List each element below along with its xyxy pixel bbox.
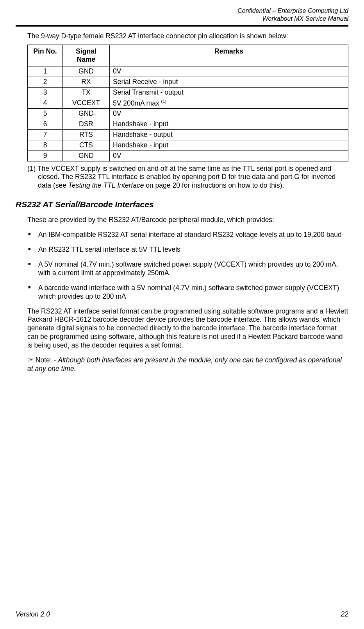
cell-remarks: Serial Transmit - output <box>110 87 348 98</box>
cell-remarks: Serial Receive - input <box>110 77 348 87</box>
list-item: A barcode wand interface with a 5V nomin… <box>27 284 348 301</box>
note-label: Note: - <box>34 356 58 364</box>
th-remarks: Remarks <box>110 45 348 66</box>
cell-remarks: Handshake - output <box>110 129 348 140</box>
cell-pin: 5 <box>28 109 63 119</box>
footnote-post: on page 20 for instructions on how to do… <box>144 181 284 189</box>
section-heading: RS232 AT Serial/Barcode Interfaces <box>16 199 348 210</box>
list-item: An RS232 TTL serial interface at 5V TTL … <box>27 246 348 254</box>
table-row: 6DSRHandshake - input <box>28 119 348 130</box>
cell-pin: 7 <box>28 129 63 140</box>
header-rule <box>16 25 348 27</box>
intro-text: The 9-way D-type female RS232 AT interfa… <box>27 32 348 41</box>
note-text: Although both interfaces are present in … <box>27 356 342 373</box>
footer-page-number: 22 <box>341 610 348 619</box>
cell-signal: RTS <box>63 129 110 140</box>
th-pin: Pin No. <box>28 45 63 66</box>
cell-pin: 6 <box>28 119 63 130</box>
table-row: 9GND0V <box>28 151 348 161</box>
footnote-ital: Testing the TTL Interface <box>68 181 144 189</box>
pointing-hand-icon: ☞ <box>27 356 34 364</box>
th-signal-text: Signal Name <box>71 47 102 64</box>
table-row: 1GND0V <box>28 66 348 77</box>
cell-pin: 8 <box>28 140 63 151</box>
table-row: 3TXSerial Transmit - output <box>28 87 348 98</box>
cell-remarks-sup: (1) <box>161 99 166 104</box>
cell-signal: DSR <box>63 119 110 130</box>
footer-version: Version 2.0 <box>16 610 50 619</box>
table-row: 2RXSerial Receive - input <box>28 77 348 87</box>
cell-pin: 9 <box>28 151 63 161</box>
cell-signal: TX <box>63 87 110 98</box>
cell-remarks-text: 5V 200mA max <box>113 99 161 107</box>
cell-pin: 2 <box>28 77 63 87</box>
page-header: Confidential – Enterprise Computing Ltd … <box>16 7 348 23</box>
table-footnote: (1) The VCCEXT supply is switched on and… <box>27 165 348 190</box>
pin-allocation-table: Pin No. Signal Name Remarks 1GND0V 2RXSe… <box>27 45 348 161</box>
cell-signal: VCCEXT <box>63 98 110 109</box>
page-footer: Version 2.0 22 <box>16 610 348 619</box>
cell-signal: CTS <box>63 140 110 151</box>
page-content: The 9-way D-type female RS232 AT interfa… <box>16 32 348 373</box>
list-item: A 5V nominal (4.7V min.) software switch… <box>27 260 348 278</box>
cell-remarks: Handshake - input <box>110 119 348 130</box>
cell-signal: RX <box>63 77 110 87</box>
cell-pin: 1 <box>28 66 63 77</box>
feature-list: An IBM-compatible RS232 AT serial interf… <box>27 231 348 301</box>
cell-remarks: 0V <box>110 109 348 119</box>
table-row: 8CTSHandshake - input <box>28 140 348 151</box>
cell-pin: 3 <box>28 87 63 98</box>
cell-signal: GND <box>63 151 110 161</box>
table-row: 5GND0V <box>28 109 348 119</box>
section-body: The RS232 AT interface serial format can… <box>27 307 348 350</box>
header-line-1: Confidential – Enterprise Computing Ltd <box>237 7 348 14</box>
table-row: 7RTSHandshake - output <box>28 129 348 140</box>
cell-remarks: 0V <box>110 151 348 161</box>
table-row: 4VCCEXT5V 200mA max (1) <box>28 98 348 109</box>
table-header-row: Pin No. Signal Name Remarks <box>28 45 348 66</box>
cell-remarks: Handshake - input <box>110 140 348 151</box>
th-signal: Signal Name <box>63 45 110 66</box>
header-line-2: Workabout MX Service Manual <box>262 15 348 22</box>
list-item: An IBM-compatible RS232 AT serial interf… <box>27 231 348 239</box>
cell-remarks: 5V 200mA max (1) <box>110 98 348 109</box>
cell-remarks: 0V <box>110 66 348 77</box>
cell-pin: 4 <box>28 98 63 109</box>
note-paragraph: ☞ Note: - Although both interfaces are p… <box>27 356 348 373</box>
cell-signal: GND <box>63 109 110 119</box>
cell-signal: GND <box>63 66 110 77</box>
section-lead: These are provided by the RS232 AT/Barco… <box>27 216 348 224</box>
